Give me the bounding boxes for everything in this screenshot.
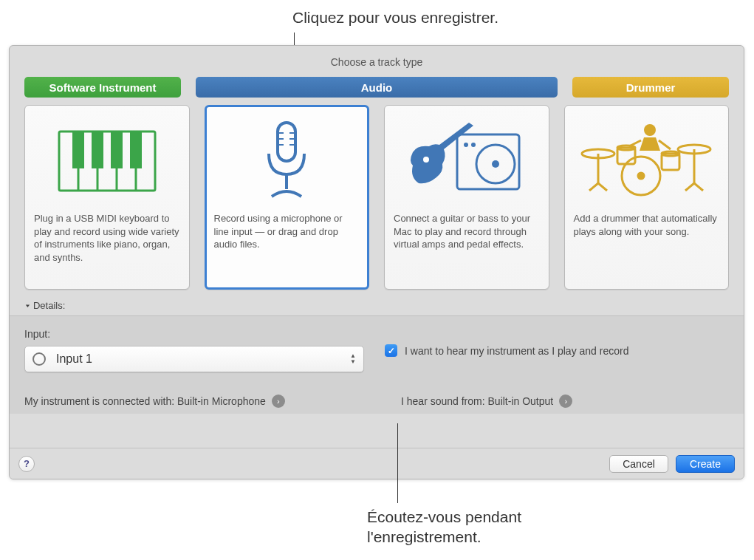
card-microphone[interactable]: Record using a microphone or line input … (205, 105, 370, 290)
svg-point-21 (471, 143, 476, 147)
svg-point-32 (638, 173, 644, 179)
dialog-title: Choose a track type (10, 46, 744, 77)
details-panel: Input: Input 1 ▲▼ ✓ I want to hear my in… (10, 315, 744, 414)
svg-line-26 (598, 183, 607, 191)
tab-audio[interactable]: Audio (196, 77, 558, 98)
details-disclosure[interactable]: ▼ Details: (10, 290, 744, 315)
svg-point-37 (644, 124, 656, 136)
monitor-checkbox[interactable]: ✓ (385, 344, 397, 357)
create-button[interactable]: Create (676, 455, 735, 473)
input-value: Input 1 (56, 352, 92, 366)
card-microphone-desc: Record using a microphone or line input … (214, 209, 360, 251)
input-label: Input: (24, 328, 364, 340)
card-drummer-desc: Add a drummer that automatically plays a… (574, 209, 720, 238)
svg-line-39 (659, 140, 671, 149)
input-select[interactable]: Input 1 ▲▼ (24, 346, 364, 372)
card-drummer[interactable]: Add a drummer that automatically plays a… (564, 105, 730, 290)
track-type-tabs: Software Instrument Audio Drummer (10, 77, 744, 98)
drummer-icon (574, 113, 720, 209)
card-software-instrument[interactable]: Plug in a USB MIDI keyboard to play and … (24, 105, 190, 290)
svg-line-29 (685, 183, 694, 191)
tab-software-instrument[interactable]: Software Instrument (24, 77, 181, 98)
svg-rect-5 (72, 132, 84, 168)
svg-point-20 (464, 143, 468, 147)
callout-bottom: Écoutez-vous pendant l'enregistrement. (367, 507, 521, 547)
callout-bottom-line2: l'enregistrement. (367, 527, 521, 547)
tab-drummer[interactable]: Drummer (572, 77, 729, 98)
monitor-checkbox-row[interactable]: ✓ I want to hear my instrument as I play… (385, 344, 729, 357)
card-guitar[interactable]: Connect a guitar or bass to your Mac to … (384, 105, 549, 290)
card-guitar-desc: Connect a guitar or bass to your Mac to … (394, 209, 540, 251)
output-more[interactable]: › (559, 395, 572, 408)
callout-line-bottom (397, 423, 398, 503)
dialog-footer: ? Cancel Create (10, 448, 744, 479)
callout-top: Cliquez pour vous enregistrer. (292, 9, 498, 27)
card-software-desc: Plug in a USB MIDI keyboard to play and … (34, 209, 180, 264)
svg-rect-7 (111, 132, 123, 168)
svg-rect-6 (92, 132, 103, 168)
instrument-connection-more[interactable]: › (272, 395, 285, 408)
instrument-connection-text: My instrument is connected with: Built-i… (24, 395, 266, 407)
new-track-dialog: Choose a track type Software Instrument … (9, 45, 744, 479)
svg-rect-9 (278, 123, 295, 161)
stepper-chevrons-icon: ▲▼ (350, 353, 356, 365)
keyboard-icon (34, 113, 180, 209)
microphone-icon (214, 113, 360, 209)
cancel-button[interactable]: Cancel (609, 455, 668, 473)
callout-bottom-line1: Écoutez-vous pendant (367, 507, 521, 527)
svg-line-25 (589, 183, 598, 191)
svg-point-19 (492, 160, 499, 168)
details-label: Details: (33, 300, 65, 311)
input-channel-icon (32, 352, 46, 366)
chevron-down-icon: ▼ (24, 303, 31, 308)
help-button[interactable]: ? (18, 456, 35, 472)
svg-rect-8 (130, 132, 142, 168)
svg-line-38 (629, 140, 641, 146)
output-text: I hear sound from: Built-in Output (401, 395, 553, 407)
monitor-label: I want to hear my instrument as I play a… (405, 345, 628, 357)
svg-point-22 (423, 157, 429, 163)
track-cards: Plug in a USB MIDI keyboard to play and … (10, 105, 744, 290)
guitar-amp-icon (394, 113, 540, 209)
svg-line-30 (694, 183, 703, 191)
